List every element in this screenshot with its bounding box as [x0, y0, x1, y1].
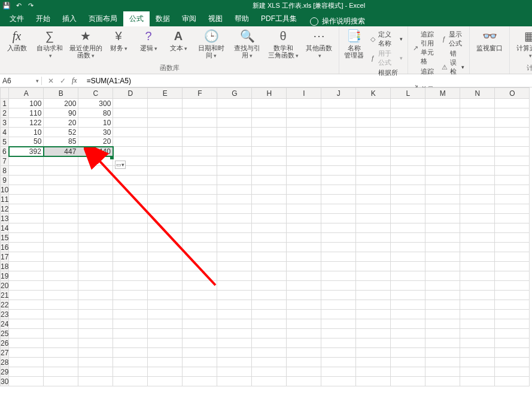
- cell[interactable]: [356, 338, 391, 348]
- cell[interactable]: [44, 195, 78, 204]
- cell[interactable]: [148, 243, 183, 252]
- cell[interactable]: [495, 252, 530, 262]
- tab-view[interactable]: 视图: [202, 11, 229, 26]
- cell[interactable]: [148, 310, 183, 319]
- cell[interactable]: [183, 310, 217, 319]
- cell[interactable]: [425, 281, 460, 291]
- row-header[interactable]: 30: [1, 377, 9, 386]
- cell[interactable]: [44, 262, 78, 271]
- row-header[interactable]: 29: [1, 367, 9, 377]
- cell[interactable]: [425, 108, 460, 118]
- cell[interactable]: [113, 185, 148, 195]
- col-header[interactable]: I: [287, 88, 321, 99]
- cell[interactable]: [356, 137, 391, 147]
- col-header[interactable]: M: [425, 88, 460, 99]
- cell[interactable]: [391, 137, 425, 147]
- cell[interactable]: [460, 176, 495, 185]
- cell[interactable]: [287, 243, 321, 252]
- cell[interactable]: [217, 281, 252, 291]
- cell[interactable]: [113, 377, 148, 386]
- cell[interactable]: [44, 367, 78, 377]
- name-box-dropdown-icon[interactable]: ▾: [36, 78, 39, 84]
- cell[interactable]: 10: [78, 118, 113, 128]
- col-header[interactable]: K: [356, 88, 391, 99]
- cell[interactable]: [183, 319, 217, 329]
- cell[interactable]: [495, 99, 530, 108]
- cell[interactable]: [44, 358, 78, 367]
- cell[interactable]: 30: [78, 128, 113, 137]
- cell[interactable]: [356, 243, 391, 252]
- cell[interactable]: [321, 358, 356, 367]
- cell[interactable]: [113, 252, 148, 262]
- tab-home[interactable]: 开始: [30, 11, 56, 26]
- cell[interactable]: [113, 262, 148, 271]
- cell[interactable]: [113, 195, 148, 204]
- cell[interactable]: [252, 137, 287, 147]
- row-header[interactable]: 16: [1, 243, 9, 252]
- cell[interactable]: [113, 329, 148, 338]
- cell[interactable]: [113, 367, 148, 377]
- cell[interactable]: [391, 300, 425, 310]
- cell[interactable]: [78, 310, 113, 319]
- cell[interactable]: [495, 243, 530, 252]
- tab-insert[interactable]: 插入: [56, 11, 83, 26]
- cell[interactable]: [287, 223, 321, 233]
- cell[interactable]: [113, 204, 148, 214]
- col-header[interactable]: N: [460, 88, 495, 99]
- cell[interactable]: [287, 319, 321, 329]
- cell[interactable]: [321, 310, 356, 319]
- cell[interactable]: [356, 310, 391, 319]
- cell[interactable]: [356, 118, 391, 128]
- cell[interactable]: [321, 338, 356, 348]
- cell[interactable]: [252, 99, 287, 108]
- cell[interactable]: [217, 252, 252, 262]
- cell[interactable]: [217, 310, 252, 319]
- cell[interactable]: [495, 128, 530, 137]
- cell[interactable]: [287, 214, 321, 223]
- cell[interactable]: [321, 300, 356, 310]
- cell[interactable]: [356, 367, 391, 377]
- cell[interactable]: [183, 214, 217, 223]
- cell[interactable]: [252, 291, 287, 300]
- cell[interactable]: [391, 338, 425, 348]
- cell[interactable]: [356, 329, 391, 338]
- cell[interactable]: [9, 329, 44, 338]
- cell[interactable]: [183, 271, 217, 281]
- cell[interactable]: [391, 348, 425, 358]
- cell[interactable]: [183, 252, 217, 262]
- cell[interactable]: [391, 118, 425, 128]
- tab-pdf[interactable]: PDF工具集: [255, 11, 303, 26]
- cell[interactable]: [460, 271, 495, 281]
- cell[interactable]: [391, 358, 425, 367]
- cell[interactable]: [460, 329, 495, 338]
- row-header[interactable]: 26: [1, 338, 9, 348]
- row-header[interactable]: 5: [1, 137, 9, 147]
- cell[interactable]: [321, 243, 356, 252]
- cell[interactable]: [217, 243, 252, 252]
- row-header[interactable]: 17: [1, 252, 9, 262]
- cell[interactable]: [391, 262, 425, 271]
- cell[interactable]: [287, 137, 321, 147]
- cell[interactable]: [425, 156, 460, 166]
- autofill-options-button[interactable]: ▭▾: [115, 161, 126, 169]
- cell[interactable]: [391, 310, 425, 319]
- cell[interactable]: [460, 310, 495, 319]
- cell[interactable]: [321, 348, 356, 358]
- cell[interactable]: [148, 358, 183, 367]
- cell[interactable]: 20: [44, 118, 78, 128]
- cell[interactable]: [217, 118, 252, 128]
- cell[interactable]: [148, 233, 183, 243]
- cell[interactable]: [356, 176, 391, 185]
- tab-layout[interactable]: 页面布局: [83, 11, 123, 26]
- row-header[interactable]: 14: [1, 223, 9, 233]
- cell[interactable]: [217, 319, 252, 329]
- calculation-options-button[interactable]: ▦ 计算选项: [515, 29, 532, 59]
- cell[interactable]: [460, 223, 495, 233]
- cell[interactable]: [217, 99, 252, 108]
- cell[interactable]: [183, 281, 217, 291]
- cell[interactable]: [287, 291, 321, 300]
- cell[interactable]: [78, 166, 113, 176]
- cell[interactable]: [252, 176, 287, 185]
- cell[interactable]: [460, 262, 495, 271]
- cell[interactable]: [9, 233, 44, 243]
